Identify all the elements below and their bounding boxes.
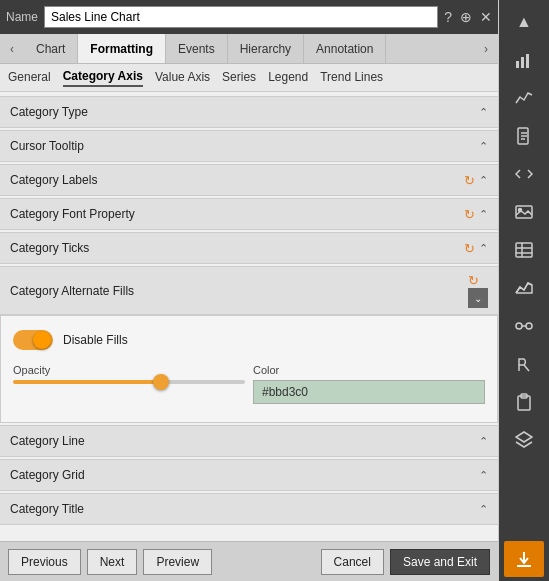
color-container: Color #bbd3c0 bbox=[253, 364, 485, 404]
title-bar: Name ? ⊕ ✕ bbox=[0, 0, 498, 34]
svg-marker-20 bbox=[516, 432, 532, 442]
opacity-slider-container bbox=[13, 380, 245, 384]
opacity-color-grid: Opacity Color #bbd3c0 bbox=[13, 364, 485, 404]
sidebar-rx-icon[interactable] bbox=[504, 346, 544, 382]
sidebar-nav-up-icon[interactable]: ▲ bbox=[504, 4, 544, 40]
help-icon[interactable]: ? bbox=[444, 9, 452, 25]
section-category-type-icons: ⌃ bbox=[479, 106, 488, 119]
chart-name-input[interactable] bbox=[44, 6, 438, 28]
preview-button[interactable]: Preview bbox=[143, 549, 212, 575]
section-category-ticks[interactable]: Category Ticks ↻ ⌃ bbox=[0, 232, 498, 264]
tab-nav-left[interactable]: ‹ bbox=[0, 34, 24, 63]
section-category-alternate-fills-icons: ↻ ⌄ bbox=[468, 273, 488, 308]
name-label: Name bbox=[6, 10, 38, 24]
section-cursor-tooltip-label: Cursor Tooltip bbox=[10, 139, 479, 153]
sidebar-line-chart-icon[interactable] bbox=[504, 80, 544, 116]
subtab-value-axis[interactable]: Value Axis bbox=[155, 70, 210, 86]
chevron-up-icon: ⌃ bbox=[479, 106, 488, 119]
subtab-trend-lines[interactable]: Trend Lines bbox=[320, 70, 383, 86]
refresh-icon-labels[interactable]: ↻ bbox=[464, 173, 475, 188]
tab-chart[interactable]: Chart bbox=[24, 34, 78, 63]
section-category-font-property-icons: ↻ ⌃ bbox=[464, 207, 488, 222]
chevron-up-icon-5: ⌃ bbox=[479, 242, 488, 255]
section-category-alternate-fills-label: Category Alternate Fills bbox=[10, 284, 468, 298]
opacity-container: Opacity bbox=[13, 364, 245, 404]
svg-rect-9 bbox=[516, 243, 532, 257]
svg-point-14 bbox=[526, 323, 532, 329]
section-category-type[interactable]: Category Type ⌃ bbox=[0, 96, 498, 128]
section-category-line[interactable]: Category Line ⌃ bbox=[0, 425, 498, 457]
sub-tab-bar: General Category Axis Value Axis Series … bbox=[0, 64, 498, 92]
section-category-labels-label: Category Labels bbox=[10, 173, 464, 187]
section-category-line-icons: ⌃ bbox=[479, 435, 488, 448]
content-area: Category Type ⌃ Cursor Tooltip ⌃ Categor… bbox=[0, 92, 498, 541]
chevron-up-icon-8: ⌃ bbox=[479, 503, 488, 516]
sidebar-connect-icon[interactable] bbox=[504, 308, 544, 344]
svg-rect-2 bbox=[526, 54, 529, 68]
section-category-font-property[interactable]: Category Font Property ↻ ⌃ bbox=[0, 198, 498, 230]
title-icons: ? ⊕ ✕ bbox=[444, 9, 492, 25]
sidebar-layers-icon[interactable] bbox=[504, 422, 544, 458]
previous-button[interactable]: Previous bbox=[8, 549, 81, 575]
section-cursor-tooltip-icons: ⌃ bbox=[479, 140, 488, 153]
refresh-icon-font[interactable]: ↻ bbox=[464, 207, 475, 222]
section-category-type-label: Category Type bbox=[10, 105, 479, 119]
next-button[interactable]: Next bbox=[87, 549, 138, 575]
right-sidebar: ▲ bbox=[499, 0, 549, 581]
move-icon[interactable]: ⊕ bbox=[460, 9, 472, 25]
close-icon[interactable]: ✕ bbox=[480, 9, 492, 25]
tab-hierarchy[interactable]: Hierarchy bbox=[228, 34, 304, 63]
sidebar-area-chart-icon[interactable] bbox=[504, 270, 544, 306]
subtab-series[interactable]: Series bbox=[222, 70, 256, 86]
disable-fills-toggle[interactable] bbox=[13, 330, 53, 350]
refresh-icon-fills[interactable]: ↻ bbox=[468, 273, 479, 288]
bottom-bar: Previous Next Preview Cancel Save and Ex… bbox=[0, 541, 498, 581]
chevron-up-icon-7: ⌃ bbox=[479, 469, 488, 482]
subtab-legend[interactable]: Legend bbox=[268, 70, 308, 86]
tab-annotation[interactable]: Annotation bbox=[304, 34, 386, 63]
svg-rect-0 bbox=[516, 61, 519, 68]
section-category-grid-icons: ⌃ bbox=[479, 469, 488, 482]
section-category-alternate-fills[interactable]: Category Alternate Fills ↻ ⌄ bbox=[0, 266, 498, 315]
sidebar-doc-icon[interactable] bbox=[504, 118, 544, 154]
section-cursor-tooltip[interactable]: Cursor Tooltip ⌃ bbox=[0, 130, 498, 162]
section-category-font-property-label: Category Font Property bbox=[10, 207, 464, 221]
svg-rect-1 bbox=[521, 57, 524, 68]
chevron-up-icon-4: ⌃ bbox=[479, 208, 488, 221]
color-value[interactable]: #bbd3c0 bbox=[253, 380, 485, 404]
section-category-title[interactable]: Category Title ⌃ bbox=[0, 493, 498, 525]
section-category-line-label: Category Line bbox=[10, 434, 479, 448]
section-category-labels[interactable]: Category Labels ↻ ⌃ bbox=[0, 164, 498, 196]
chevron-up-icon-2: ⌃ bbox=[479, 140, 488, 153]
tab-bar: ‹ Chart Formatting Events Hierarchy Anno… bbox=[0, 34, 498, 64]
toggle-row: Disable Fills bbox=[13, 330, 485, 350]
opacity-slider[interactable] bbox=[13, 380, 245, 384]
svg-point-13 bbox=[516, 323, 522, 329]
section-category-grid[interactable]: Category Grid ⌃ bbox=[0, 459, 498, 491]
sidebar-bar-chart-icon[interactable] bbox=[504, 42, 544, 78]
sidebar-clipboard-icon[interactable] bbox=[504, 384, 544, 420]
chevron-down-icon[interactable]: ⌄ bbox=[468, 288, 488, 308]
subtab-category-axis[interactable]: Category Axis bbox=[63, 69, 143, 87]
chevron-up-icon-6: ⌃ bbox=[479, 435, 488, 448]
section-category-ticks-icons: ↻ ⌃ bbox=[464, 241, 488, 256]
section-category-title-label: Category Title bbox=[10, 502, 479, 516]
sidebar-table-icon[interactable] bbox=[504, 232, 544, 268]
subtab-general[interactable]: General bbox=[8, 70, 51, 86]
section-category-labels-icons: ↻ ⌃ bbox=[464, 173, 488, 188]
save-exit-button[interactable]: Save and Exit bbox=[390, 549, 490, 575]
expanded-section-content: Disable Fills Opacity Color #bbd3c0 bbox=[0, 315, 498, 423]
sidebar-code-icon[interactable] bbox=[504, 156, 544, 192]
tab-nav-right[interactable]: › bbox=[474, 34, 498, 63]
cancel-button[interactable]: Cancel bbox=[321, 549, 384, 575]
color-label: Color bbox=[253, 364, 485, 376]
tab-events[interactable]: Events bbox=[166, 34, 228, 63]
tab-formatting[interactable]: Formatting bbox=[78, 34, 166, 63]
sidebar-download-icon[interactable] bbox=[504, 541, 544, 577]
svg-line-16 bbox=[524, 365, 529, 371]
section-category-title-icons: ⌃ bbox=[479, 503, 488, 516]
refresh-icon-ticks[interactable]: ↻ bbox=[464, 241, 475, 256]
chevron-up-icon-3: ⌃ bbox=[479, 174, 488, 187]
disable-fills-label: Disable Fills bbox=[63, 333, 128, 347]
sidebar-image-icon[interactable] bbox=[504, 194, 544, 230]
